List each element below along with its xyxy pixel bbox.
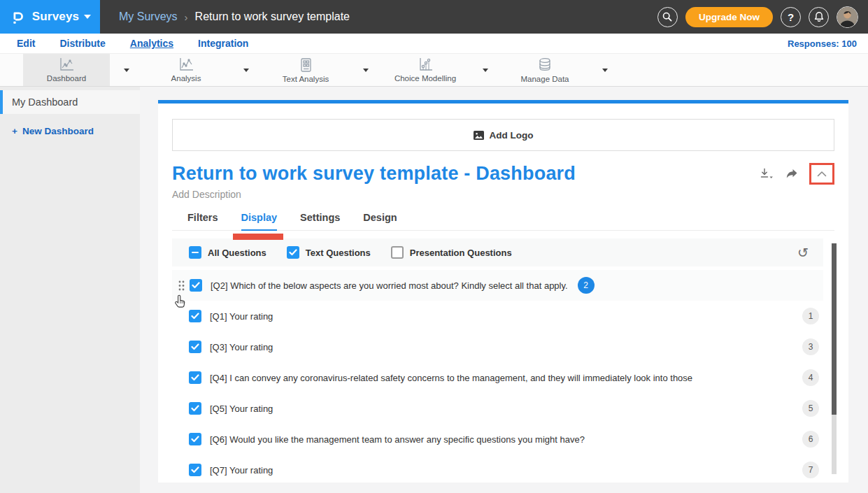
user-avatar[interactable]: [837, 6, 858, 28]
new-dashboard-label: New Dashboard: [22, 126, 94, 136]
question-number-badge: 6: [802, 431, 819, 448]
question-row[interactable]: [Q4] I can convey any coronavirus-relate…: [172, 362, 823, 393]
header-actions: Upgrade Now ?: [657, 6, 868, 28]
nav-link-integration[interactable]: Integration: [198, 38, 248, 49]
chevron-down-icon: [243, 69, 249, 72]
tab-display[interactable]: Display: [241, 212, 278, 231]
tab-filters[interactable]: Filters: [187, 212, 218, 230]
add-description-field[interactable]: Add Description: [172, 189, 834, 200]
reset-icon[interactable]: ↺: [797, 246, 809, 259]
chevron-down-icon: [124, 69, 129, 72]
dashboard-title[interactable]: Return to work survey template - Dashboa…: [172, 160, 576, 187]
breadcrumb: My Surveys › Return to work survey templ…: [119, 10, 350, 23]
question-label: [Q5] Your rating: [210, 403, 273, 414]
new-dashboard-button[interactable]: + New Dashboard: [12, 126, 140, 136]
app-logo[interactable]: Surveys: [0, 0, 100, 34]
question-filter-bar: All QuestionsText QuestionsPresentation …: [172, 238, 823, 266]
toolbar-block-text-analysis[interactable]: Text Analysis: [262, 54, 349, 86]
toolbar-label: Text Analysis: [283, 75, 329, 83]
question-label: [Q3] Your rating: [210, 342, 273, 352]
checkbox-checked[interactable]: [189, 402, 201, 415]
add-logo-button[interactable]: Add Logo: [172, 119, 834, 151]
toolbar-dropdown-analysis[interactable]: [229, 54, 262, 86]
toolbar-dropdown-manage-data[interactable]: [588, 54, 621, 86]
vertical-scrollbar-thumb[interactable]: [832, 243, 837, 415]
checkbox-checked[interactable]: [189, 433, 201, 445]
checkbox-indeterminate[interactable]: [189, 246, 201, 259]
toolbar-block-choice-modelling[interactable]: Choice Modelling: [382, 54, 469, 86]
breadcrumb-my-surveys[interactable]: My Surveys: [119, 10, 178, 23]
toolbar-item-choice-modelling[interactable]: Choice Modelling: [382, 54, 501, 86]
card-accent-bar: [158, 100, 848, 103]
toolbar-block-dashboard[interactable]: Dashboard: [23, 54, 110, 86]
questionpro-logo-icon: [9, 8, 27, 27]
nav-link-distribute[interactable]: Distribute: [59, 38, 105, 49]
vertical-scrollbar-track[interactable]: [832, 415, 837, 474]
filter-label: Text Questions: [306, 248, 371, 258]
filter-text-questions[interactable]: Text Questions: [287, 246, 371, 259]
toolbar-item-analysis[interactable]: Analysis: [143, 54, 262, 86]
subnav-links: EditDistributeAnalyticsIntegration: [17, 38, 248, 49]
toolbar-dropdown-text-analysis[interactable]: [349, 54, 382, 86]
help-button[interactable]: ?: [781, 7, 801, 27]
checkbox-checked[interactable]: [189, 371, 201, 384]
share-button[interactable]: [785, 169, 798, 180]
image-icon: [474, 131, 484, 140]
question-row[interactable]: [Q1] Your rating1: [172, 301, 823, 331]
question-row[interactable]: [Q3] Your rating3: [172, 331, 823, 362]
filter-all-questions[interactable]: All Questions: [189, 246, 266, 259]
toolbar-item-text-analysis[interactable]: Text Analysis: [262, 54, 382, 86]
notifications-button[interactable]: [809, 7, 829, 27]
toolbar-label: Choice Modelling: [394, 74, 456, 83]
question-row[interactable]: [Q2] Which of the below aspects are you …: [172, 270, 823, 301]
question-label: [Q2] Which of the below aspects are you …: [211, 280, 568, 291]
breadcrumb-separator: ›: [185, 11, 188, 23]
responses-count[interactable]: Responses: 100: [788, 38, 857, 49]
checkbox-checked[interactable]: [189, 310, 201, 322]
breadcrumb-current-title: Return to work survey template: [195, 10, 350, 23]
question-label: [Q4] I can convey any coronavirus-relate…: [210, 373, 692, 383]
toolbar-label: Analysis: [171, 74, 201, 83]
toolbar-block-analysis[interactable]: Analysis: [143, 54, 229, 86]
filter-checkboxes: All QuestionsText QuestionsPresentation …: [189, 246, 512, 259]
question-row[interactable]: [Q6] Would you like the management team …: [172, 424, 823, 455]
tab-settings[interactable]: Settings: [300, 212, 340, 230]
top-header: Surveys My Surveys › Return to work surv…: [0, 0, 868, 34]
checkbox-checked[interactable]: [189, 341, 201, 353]
download-icon: [759, 168, 774, 180]
chevron-down-icon: [483, 69, 488, 72]
drag-handle-icon[interactable]: [178, 280, 185, 291]
toolbar-dropdown-dashboard[interactable]: [110, 54, 143, 86]
upgrade-now-button[interactable]: Upgrade Now: [685, 7, 773, 27]
question-row[interactable]: [Q5] Your rating5: [172, 393, 823, 424]
search-button[interactable]: [657, 7, 678, 27]
toolbar-item-dashboard[interactable]: Dashboard: [23, 54, 143, 86]
database-icon: [537, 57, 553, 73]
checkbox-checked[interactable]: [189, 464, 201, 476]
sidebar-item-my-dashboard[interactable]: My Dashboard: [0, 90, 140, 114]
question-number-badge: 1: [802, 308, 819, 324]
toolbar-dropdown-choice-modelling[interactable]: [469, 54, 501, 86]
nav-link-analytics[interactable]: Analytics: [130, 38, 173, 49]
chevron-down-icon: [363, 69, 369, 72]
add-logo-label: Add Logo: [490, 130, 534, 141]
checkbox-checked[interactable]: [190, 279, 202, 292]
filter-presentation-questions[interactable]: Presentation Questions: [391, 246, 512, 259]
toolbar-label: Dashboard: [47, 74, 86, 83]
annotation-highlight-display-tab: [233, 234, 283, 240]
tab-design[interactable]: Design: [363, 212, 397, 230]
line-chart-icon: [59, 57, 75, 72]
question-row[interactable]: [Q7] Your rating7: [172, 455, 823, 483]
nav-link-edit[interactable]: Edit: [17, 38, 35, 49]
chevron-down-icon: [602, 69, 608, 72]
scatter-chart-icon: [418, 57, 434, 72]
question-number-badge: 4: [802, 369, 819, 386]
toolbar-item-manage-data[interactable]: Manage Data: [501, 54, 621, 86]
chevron-up-icon: [817, 171, 827, 177]
toolbar-block-manage-data[interactable]: Manage Data: [501, 54, 588, 86]
checkbox-checked[interactable]: [287, 246, 299, 259]
collapse-button annotation-highlight[interactable]: [809, 163, 834, 185]
text-doc-icon: [299, 57, 313, 73]
checkbox-unchecked[interactable]: [391, 246, 404, 259]
download-button[interactable]: [759, 168, 774, 180]
